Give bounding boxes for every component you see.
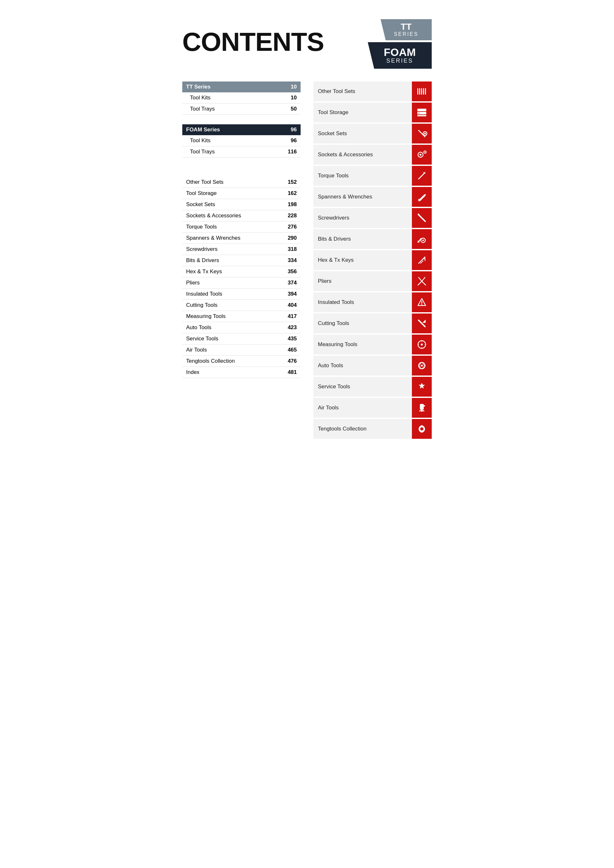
toc-page: 116	[288, 149, 297, 155]
foam-series-header: FOAM Series 96	[182, 124, 301, 135]
toc-row-sockets-acc: Sockets & Accessories 228	[182, 210, 301, 222]
toc-row-auto: Auto Tools 423	[182, 322, 301, 333]
page-title: CONTENTS	[182, 29, 324, 55]
auto-tools-icon	[416, 360, 427, 371]
toc-page: 417	[288, 313, 297, 319]
tengtools-collection-icon	[416, 423, 427, 435]
toc-page: 334	[288, 257, 297, 264]
service-icon	[412, 377, 432, 397]
svg-rect-0	[417, 88, 418, 95]
toc-page: 276	[288, 224, 297, 230]
right-item-screwdrivers: Screwdrivers	[313, 208, 432, 228]
spanners-icon	[412, 187, 432, 207]
toc-row-tool-trays-foam: Tool Trays 116	[182, 146, 301, 158]
toc-label: Tool Kits	[190, 95, 210, 101]
right-item-air: Air Tools	[313, 398, 432, 418]
right-item-tengtools: Tengtools Collection	[313, 419, 432, 439]
right-item-label: Measuring Tools	[313, 335, 412, 355]
tt-series-badge: TT SERIES	[381, 19, 432, 40]
right-item-label: Tool Storage	[313, 102, 412, 122]
right-item-sockets-acc: Sockets & Accessories	[313, 145, 432, 164]
auto-icon	[412, 356, 432, 375]
svg-rect-7	[417, 115, 426, 116]
torque-tool-icon	[416, 170, 427, 181]
storage-icon	[416, 107, 427, 118]
svg-point-32	[421, 304, 423, 305]
spanner-icon	[416, 191, 427, 203]
svg-point-13	[420, 154, 421, 156]
logo-area: TT SERIES FOAM SERIES	[368, 19, 432, 69]
toc-page: 198	[288, 202, 297, 208]
toc-page: 481	[288, 369, 297, 375]
svg-marker-34	[423, 319, 426, 323]
pliers-icon	[412, 271, 432, 291]
toc-label: Cutting Tools	[186, 302, 218, 308]
svg-line-16	[419, 172, 425, 179]
right-item-label: Pliers	[313, 271, 412, 291]
toc-label: Tool Storage	[186, 190, 216, 197]
toc-page: 394	[288, 291, 297, 297]
right-item-pliers: Pliers	[313, 271, 432, 291]
toc-row-tool-kits-foam: Tool Kits 96	[182, 135, 301, 146]
svg-rect-43	[420, 404, 424, 410]
socket-icon	[416, 128, 427, 140]
right-item-label: Bits & Drivers	[313, 229, 412, 249]
toc-row-tool-kits-tt: Tool Kits 10	[182, 92, 301, 104]
toc-row-bits: Bits & Drivers 334	[182, 255, 301, 266]
toc-label: Other Tool Sets	[186, 179, 224, 185]
svg-rect-5	[417, 108, 426, 111]
toc-row-socket-sets: Socket Sets 198	[182, 199, 301, 210]
right-item-other-tool-sets: Other Tool Sets	[313, 82, 432, 101]
toc-page: 96	[291, 138, 297, 144]
bits-icon	[412, 229, 432, 249]
toc-label: Hex & Tx Keys	[186, 268, 222, 275]
bits-drivers-icon	[416, 233, 427, 245]
toc-page: 10	[291, 95, 297, 101]
right-item-label: Torque Tools	[313, 166, 412, 186]
toc-label: Spanners & Wrenches	[186, 235, 241, 241]
tools-set-icon	[416, 86, 427, 97]
right-item-insulated: Insulated Tools	[313, 293, 432, 312]
toc-label: Air Tools	[186, 347, 207, 353]
right-item-socket-sets: Socket Sets	[313, 124, 432, 144]
toc-label: Measuring Tools	[186, 313, 225, 319]
air-tools-icon	[416, 402, 427, 414]
svg-rect-45	[419, 410, 424, 411]
svg-point-36	[421, 344, 423, 346]
toc-row-other-tool-sets: Other Tool Sets 152	[182, 177, 301, 188]
toc-page: 476	[288, 358, 297, 364]
svg-point-47	[420, 427, 423, 431]
svg-point-11	[424, 133, 426, 135]
socket-sets-icon	[412, 124, 432, 144]
toc-row-insulated: Insulated Tools 394	[182, 288, 301, 300]
foam-series-header-label: FOAM Series	[186, 127, 220, 133]
toc-page: 162	[288, 190, 297, 197]
hex-keys-icon	[412, 250, 432, 270]
left-column: TT Series 10 Tool Kits 10 Tool Trays 50 …	[182, 82, 301, 440]
toc-row-service: Service Tools 435	[182, 333, 301, 344]
hex-tx-icon	[416, 254, 427, 266]
svg-rect-1	[419, 88, 420, 95]
toc-label: Screwdrivers	[186, 246, 218, 253]
right-item-bits: Bits & Drivers	[313, 229, 432, 249]
air-icon	[412, 398, 432, 418]
tt-series-header: TT Series 10	[182, 82, 301, 92]
service-tools-icon	[416, 381, 427, 392]
right-item-spanners: Spanners & Wrenches	[313, 187, 432, 207]
toc-page: 228	[288, 212, 297, 219]
toc-label: Socket Sets	[186, 202, 215, 208]
right-item-label: Sockets & Accessories	[313, 145, 412, 164]
toc-label: Tool Trays	[190, 106, 215, 112]
toc-label: Sockets & Accessories	[186, 212, 241, 219]
toc-row-pliers: Pliers 374	[182, 277, 301, 288]
toc-general-section: Other Tool Sets 152 Tool Storage 162 Soc…	[182, 177, 301, 378]
svg-rect-46	[423, 405, 425, 406]
tt-series-section: TT Series 10 Tool Kits 10 Tool Trays 50	[182, 82, 301, 115]
toc-row-screwdrivers: Screwdrivers 318	[182, 244, 301, 255]
toc-label: Auto Tools	[186, 324, 211, 331]
foam-series-badge: FOAM SERIES	[368, 42, 432, 69]
right-item-torque: Torque Tools	[313, 166, 432, 186]
toc-row-tool-storage: Tool Storage 162	[182, 188, 301, 199]
tengtools-icon	[412, 419, 432, 439]
toc-page: 465	[288, 347, 297, 353]
